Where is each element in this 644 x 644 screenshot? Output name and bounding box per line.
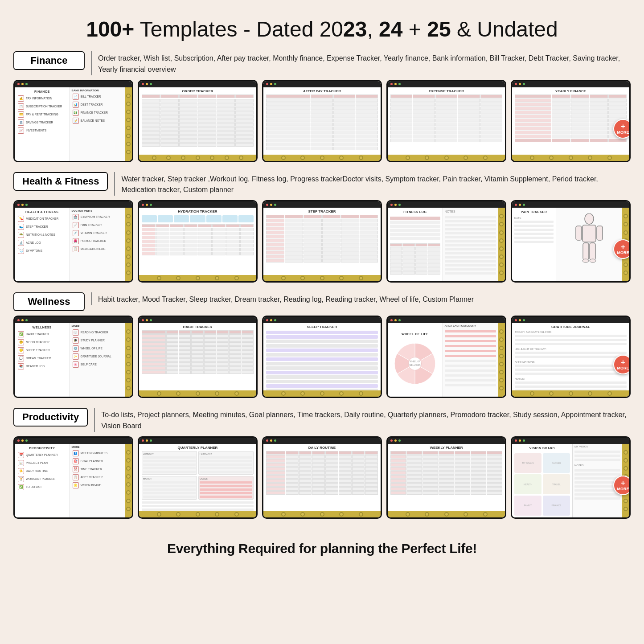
more-badge-wellness[interactable]: + MORE (613, 355, 631, 374)
icon-sub: 📋 (18, 103, 24, 110)
icon-readtrk: 📖 (73, 329, 79, 336)
spiral-binding (139, 511, 256, 517)
template-card: AFTER PAY TRACKER (262, 80, 382, 162)
template-card: QUARTERLY PLANNER JANUARY FEBRUARY MARCH (138, 436, 258, 519)
health-label: Health & Fitness (13, 172, 108, 191)
health-header: Health & Fitness Water tracker, Step tra… (13, 172, 631, 196)
icon-todo: ✅ (18, 484, 24, 490)
icon-appt: 📋 (73, 474, 79, 480)
template-card: YEARLY FINANCE (511, 80, 631, 162)
wellness-label: Wellness (13, 292, 85, 311)
finance-header: Finance Order tracker, Wish list, Subscr… (13, 51, 631, 75)
icon-invest: 📈 (18, 127, 24, 134)
icon-meet: 👥 (73, 450, 79, 456)
icon-tax: 💰 (18, 95, 24, 102)
svg-rect-3 (597, 226, 603, 240)
icon-medlog: 📋 (73, 246, 79, 252)
template-card: WEEKLY PLANNER (386, 436, 506, 519)
icon-med: 💊 (18, 216, 24, 222)
main-header: 100+ Templates - Dated 2023, 24 + 25 & U… (13, 9, 631, 51)
template-card: WHEEL OF LIFE .petal{fill:#f4c0c0;stroke… (386, 316, 506, 398)
spiral-binding (388, 511, 505, 517)
icon-fin: 💵 (73, 110, 79, 116)
productivity-cards: PRODUCTIVITY 📅QUARTERLY PLANNER 📊PROJECT… (13, 436, 631, 519)
template-card: PAIN TRACKER DATE (511, 200, 631, 283)
spiral-binding (498, 208, 505, 281)
icon-dream: 💭 (18, 355, 24, 361)
icon-per: 🌺 (73, 238, 79, 244)
productivity-desc: To-do lists, Project planners, Meeting m… (94, 408, 631, 432)
health-desc: Water tracker, Step tracker ,Workout log… (114, 172, 631, 196)
svg-rect-5 (590, 243, 595, 260)
icon-read: 📚 (18, 363, 24, 369)
title-bold-100: 100+ (86, 17, 134, 41)
title-bold-24: 24 (379, 17, 402, 41)
svg-text:WHEEL OF: WHEEL OF (410, 361, 420, 363)
svg-rect-4 (583, 243, 589, 260)
spiral-binding (512, 155, 629, 161)
wellness-desc: Habit tracker, Mood Tracker, Sleep track… (91, 292, 474, 305)
icon-vision: 🌟 (73, 482, 79, 488)
title-text-plus: + (403, 17, 427, 41)
icon-habit: ✅ (18, 331, 24, 337)
icon-daily: ☀️ (18, 468, 24, 474)
icon-acne: 🔬 (18, 240, 24, 246)
template-card: VISION BOARD MY GOALS CAREER HEALTH TRAV… (511, 436, 631, 519)
productivity-label: Productivity (13, 408, 88, 427)
icon-proj: 📊 (18, 460, 24, 466)
icon-vit: 💉 (73, 230, 79, 236)
icon-wheel: ⚙️ (73, 345, 79, 352)
icon-sym: 🩺 (18, 248, 24, 254)
svg-point-6 (582, 259, 589, 263)
spiral-binding (512, 390, 629, 397)
spiral-binding (263, 275, 381, 281)
icon-bill: 📄 (73, 94, 79, 100)
icon-study: 🎓 (73, 337, 79, 344)
spiral-binding (263, 511, 381, 517)
icon-self: 🌸 (73, 361, 79, 368)
spiral-binding (139, 155, 256, 161)
svg-point-7 (590, 259, 596, 263)
icon-sleep: 😴 (18, 347, 24, 353)
template-card: FINANCE 💰TAX INFORMATION 📋SUBSCRIPTION T… (13, 80, 133, 162)
finance-cards: FINANCE 💰TAX INFORMATION 📋SUBSCRIPTION T… (13, 80, 631, 162)
more-badge-health[interactable]: + MORE (613, 239, 631, 259)
template-card: ORDER TRACKER (138, 80, 258, 162)
more-badge-productivity[interactable]: + MORE (613, 476, 631, 495)
section-productivity: Productivity To-do lists, Project planne… (13, 408, 631, 519)
spiral-binding (125, 323, 132, 397)
spiral-binding (139, 390, 256, 397)
icon-pain: 🩹 (73, 222, 79, 228)
icon-grat: ✨ (73, 353, 79, 360)
title-text-templates: Templates - Dated 20 (134, 17, 343, 41)
template-card: HABIT TRACKER (138, 316, 258, 398)
wellness-header: Wellness Habit tracker, Mood Tracker, Sl… (13, 292, 631, 311)
spiral-binding (125, 208, 132, 281)
template-card: SLEEP TRACKER (262, 316, 382, 398)
icon-debt: 📊 (73, 102, 79, 108)
more-badge-finance[interactable]: + MORE (613, 119, 631, 139)
icon-time: ⏰ (73, 466, 79, 472)
template-card: FITNESS LOG (386, 200, 506, 283)
icon-bal: 📝 (73, 118, 79, 124)
spiral-binding (139, 275, 256, 281)
template-card: STEP TRACKER (262, 200, 382, 283)
finance-label: Finance (13, 51, 85, 70)
svg-point-0 (585, 213, 594, 224)
health-cards: HEALTH & FITNESS 💊MEDICATION TRACKER 👟ST… (13, 200, 631, 283)
spiral-binding (125, 444, 132, 517)
spiral-binding (388, 155, 505, 161)
productivity-header: Productivity To-do lists, Project planne… (13, 408, 631, 432)
template-card: EXPENSE TRACKER (386, 80, 506, 162)
spiral-binding (498, 323, 505, 397)
section-finance: Finance Order tracker, Wish list, Subscr… (13, 51, 631, 162)
icon-goal: 🎯 (73, 458, 79, 464)
svg-rect-1 (582, 225, 596, 242)
spiral-binding (263, 390, 381, 397)
section-health: Health & Fitness Water tracker, Step tra… (13, 172, 631, 283)
title-bold-23: 23 (343, 17, 367, 41)
icon-step: 👟 (18, 224, 24, 230)
icon-doc: 🏥 (73, 214, 79, 220)
template-card: WELLNESS ✅HABIT TRACKER 😊MOOD TRACKER 😴S… (13, 316, 133, 398)
template-card: HEALTH & FITNESS 💊MEDICATION TRACKER 👟ST… (13, 200, 133, 283)
